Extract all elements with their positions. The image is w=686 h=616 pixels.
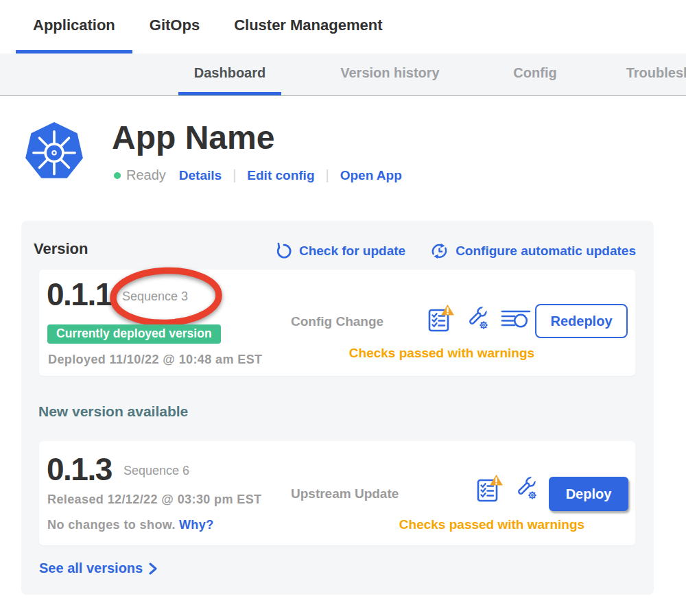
sub-nav-tab-dashboard[interactable]: Dashboard: [178, 54, 281, 95]
chevron-right-icon: [148, 562, 157, 575]
new-version-card: 0.1.3 Sequence 6 Released 12/12/22 @ 03:…: [39, 441, 635, 545]
deploy-button[interactable]: Deploy: [549, 477, 628, 511]
link-separator: |: [325, 167, 329, 183]
current-version-number: 0.1.1: [47, 279, 112, 310]
deployed-timestamp: Deployed 11/10/22 @ 10:48 am EST: [48, 353, 263, 366]
sub-nav-tab-troubleshoot[interactable]: Troubleshoot: [615, 54, 686, 95]
edit-config-icon[interactable]: [465, 305, 490, 332]
current-version-card: 0.1.1 Sequence 3 Currently deployed vers…: [39, 270, 635, 376]
sub-nav-tab-version-history[interactable]: Version history: [324, 54, 456, 95]
edit-config-icon[interactable]: [514, 475, 539, 502]
current-version-sequence: Sequence 3: [122, 290, 188, 303]
new-version-number: 0.1.3: [47, 453, 112, 485]
sub-nav: Dashboard Version history Config Trouble…: [0, 54, 686, 96]
preflight-checks-icon[interactable]: [476, 474, 504, 503]
new-version-heading: New version available: [38, 403, 188, 420]
new-version-sequence: Sequence 6: [123, 464, 189, 477]
why-link[interactable]: Why?: [179, 518, 214, 532]
new-checks-status: Checks passed with warnings: [396, 518, 588, 531]
released-timestamp: Released 12/12/22 @ 03:30 pm EST: [47, 493, 262, 506]
new-version-source: Upstream Update: [291, 487, 399, 500]
top-nav-tab-cluster-management[interactable]: Cluster Management: [217, 0, 399, 54]
open-app-link[interactable]: Open App: [340, 168, 402, 183]
refresh-icon: [275, 242, 293, 260]
status-dot-icon: [114, 172, 121, 179]
current-version-source: Config Change: [291, 315, 383, 328]
auto-update-icon: [429, 241, 449, 261]
top-nav-tab-gitops[interactable]: GitOps: [132, 0, 217, 54]
see-all-versions-link[interactable]: See all versions: [39, 560, 157, 576]
top-nav: Application GitOps Cluster Management: [0, 0, 686, 54]
version-panel: Version Check for update Configure autom…: [21, 221, 654, 595]
preflight-checks-icon[interactable]: [427, 304, 455, 333]
edit-config-link[interactable]: Edit config: [247, 168, 314, 183]
version-panel-title: Version: [34, 240, 88, 258]
changes-text: No changes to show.Why?: [47, 519, 214, 531]
view-files-icon[interactable]: [500, 306, 532, 331]
deployed-badge: Currently deployed version: [47, 324, 221, 344]
check-for-update-link[interactable]: Check for update: [275, 242, 405, 260]
app-status-row: Ready Details | Edit config | Open App: [114, 167, 402, 183]
details-link[interactable]: Details: [179, 168, 222, 183]
current-checks-status: Checks passed with warnings: [329, 346, 555, 359]
sub-nav-tab-config[interactable]: Config: [499, 54, 571, 95]
configure-automatic-updates-link[interactable]: Configure automatic updates: [429, 241, 636, 261]
app-title: App Name: [112, 121, 274, 154]
page: Application GitOps Cluster Management Da…: [0, 0, 686, 616]
link-separator: |: [233, 167, 236, 183]
kubernetes-logo-icon: [25, 122, 84, 181]
status-text: Ready: [126, 167, 166, 183]
top-nav-tab-application[interactable]: Application: [16, 0, 132, 54]
redeploy-button[interactable]: Redeploy: [535, 304, 628, 338]
